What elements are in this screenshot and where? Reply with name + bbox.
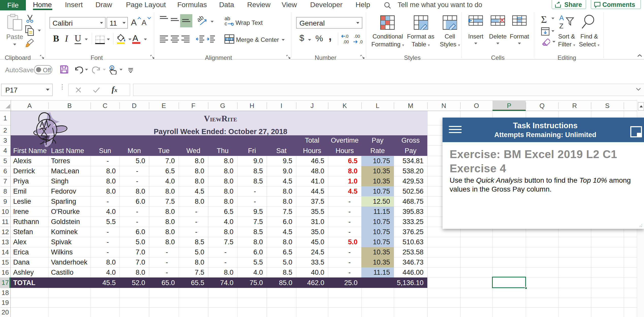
svg-text:.0: .0 [345, 34, 348, 39]
svg-text:Z: Z [559, 22, 564, 30]
svg-text:A: A [559, 15, 564, 22]
svg-text:ab: ab [225, 16, 230, 21]
svg-text:c: c [225, 21, 227, 26]
svg-text:.00: .00 [343, 40, 349, 44]
svg-text:.00: .00 [354, 34, 360, 39]
